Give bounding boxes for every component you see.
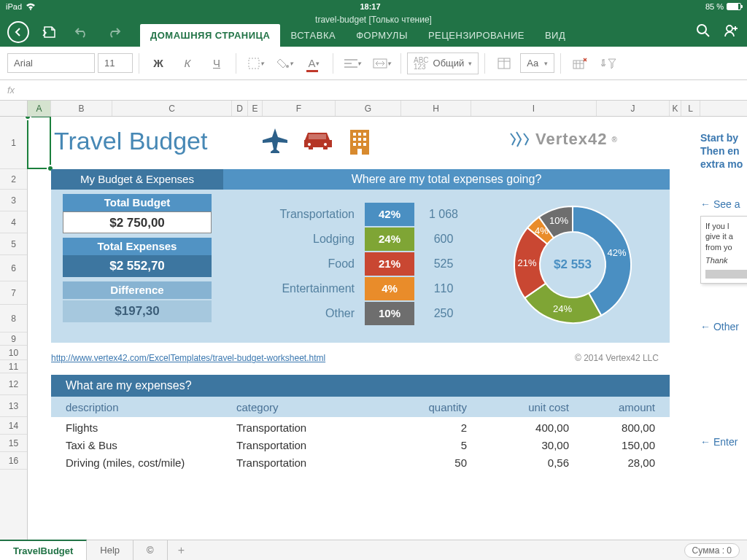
expense-row[interactable]: Taxi & BusTransportation530,00150,00 bbox=[51, 436, 670, 454]
row-header-9[interactable]: 9 bbox=[0, 332, 27, 346]
tab-home[interactable]: ДОМАШНЯЯ СТРАНИЦА bbox=[140, 24, 280, 47]
cells-area[interactable]: Travel Budget Vertex42® Start byThen ene… bbox=[28, 117, 747, 540]
row-header-5[interactable]: 5 bbox=[0, 233, 27, 255]
row-header-6[interactable]: 6 bbox=[0, 255, 27, 281]
category-pct: 21% bbox=[365, 252, 414, 276]
category-pct: 24% bbox=[365, 228, 414, 251]
expense-row[interactable]: Driving (miles, cost/mile)Transportation… bbox=[51, 454, 670, 471]
svg-point-3 bbox=[286, 65, 289, 68]
sheet-tab-travelbudget[interactable]: TravelBudget bbox=[0, 540, 87, 560]
border-button[interactable]: ▾ bbox=[242, 50, 268, 77]
total-budget-value[interactable]: $2 750,00 bbox=[63, 211, 212, 233]
italic-button[interactable]: К bbox=[174, 50, 201, 77]
travel-icons bbox=[260, 125, 375, 156]
svg-rect-16 bbox=[363, 138, 366, 141]
status-bar: iPad 18:17 85 % bbox=[0, 0, 747, 13]
back-button[interactable] bbox=[7, 21, 29, 43]
col-header-F[interactable]: F bbox=[263, 101, 336, 116]
row-header-4[interactable]: 4 bbox=[0, 211, 27, 233]
window-title: travel-budget [Только чтение] bbox=[315, 15, 432, 25]
donut-chart: 42%24%21%4%10%$2 553 bbox=[503, 195, 642, 334]
undo-button[interactable] bbox=[70, 20, 93, 44]
row-header-2[interactable]: 2 bbox=[0, 169, 27, 190]
col-header-H[interactable]: H bbox=[401, 101, 471, 116]
row-header-10[interactable]: 10 bbox=[0, 346, 27, 360]
enter-link[interactable]: ← Enter bbox=[700, 436, 738, 448]
row-header-3[interactable]: 3 bbox=[0, 190, 27, 211]
col-header-A[interactable]: A bbox=[28, 101, 51, 116]
battery-pct: 85 % bbox=[705, 2, 724, 11]
column-headers: ABCDEFGHIJKL bbox=[0, 101, 747, 117]
col-header-I[interactable]: I bbox=[471, 101, 597, 116]
tab-review[interactable]: РЕЦЕНЗИРОВАНИЕ bbox=[418, 24, 535, 47]
select-all-corner[interactable] bbox=[0, 101, 28, 116]
col-header-J[interactable]: J bbox=[597, 101, 670, 116]
font-color-button[interactable]: A▾ bbox=[301, 50, 327, 77]
svg-rect-9 bbox=[309, 134, 326, 139]
search-button[interactable] bbox=[696, 23, 711, 41]
svg-rect-19 bbox=[363, 143, 366, 146]
table-button[interactable] bbox=[491, 50, 517, 77]
svg-rect-13 bbox=[363, 133, 366, 136]
category-label: Lodging bbox=[241, 233, 365, 246]
share-button[interactable] bbox=[724, 23, 740, 41]
font-name-select[interactable]: Arial bbox=[7, 53, 95, 73]
category-label: Entertainment bbox=[241, 282, 365, 295]
font-size-select[interactable]: 11 bbox=[98, 53, 133, 73]
col-header-E[interactable]: E bbox=[248, 101, 263, 116]
col-header-B[interactable]: B bbox=[51, 101, 112, 116]
svg-point-8 bbox=[324, 143, 327, 146]
plane-icon bbox=[260, 125, 290, 156]
row-header-11[interactable]: 11 bbox=[0, 360, 27, 373]
col-header-G[interactable]: G bbox=[336, 101, 401, 116]
row-header-1[interactable]: 1 bbox=[0, 117, 27, 169]
add-sheet-button[interactable]: + bbox=[168, 544, 195, 557]
col-header-D[interactable]: D bbox=[232, 101, 248, 116]
category-value: 525 bbox=[414, 257, 473, 271]
see-link[interactable]: ← See a bbox=[700, 198, 740, 210]
row-header-12[interactable]: 12 bbox=[0, 373, 27, 395]
insert-cells-button[interactable] bbox=[567, 50, 593, 77]
status-time: 18:17 bbox=[35, 2, 705, 11]
bold-button[interactable]: Ж bbox=[145, 50, 171, 77]
formula-bar[interactable]: fx bbox=[0, 80, 747, 101]
sheet-tabs: TravelBudget Help © + Сумма : 0 bbox=[0, 540, 747, 560]
category-row-4: Other 10% 250 bbox=[241, 302, 473, 325]
number-format-select[interactable]: ABC123Общий▾ bbox=[407, 52, 479, 74]
svg-rect-11 bbox=[353, 133, 356, 136]
sheet-tab-help[interactable]: Help bbox=[87, 540, 133, 561]
file-button[interactable] bbox=[38, 20, 61, 44]
format-toolbar: Arial 11 Ж К Ч ▾ ▾ A▾ ▾ ▾ ABC123Общий▾ A… bbox=[0, 47, 747, 80]
redo-button[interactable] bbox=[102, 20, 125, 44]
fill-button[interactable]: ▾ bbox=[271, 50, 298, 77]
cell-style-button[interactable]: Aa▾ bbox=[520, 53, 554, 73]
row-header-7[interactable]: 7 bbox=[0, 281, 27, 305]
row-header-15[interactable]: 15 bbox=[0, 435, 27, 452]
merge-button[interactable]: ▾ bbox=[368, 50, 395, 77]
align-button[interactable]: ▾ bbox=[339, 50, 365, 77]
tab-formulas[interactable]: ФОРМУЛЫ bbox=[346, 24, 418, 47]
side-tip-text: Start byThen enextra mo bbox=[700, 131, 743, 171]
category-label: Transportation bbox=[241, 208, 365, 221]
sort-filter-button[interactable] bbox=[596, 50, 622, 77]
category-row-3: Entertainment 4% 110 bbox=[241, 277, 473, 300]
tab-view[interactable]: ВИД bbox=[535, 24, 576, 47]
sum-display: Сумма : 0 bbox=[684, 543, 740, 558]
row-header-14[interactable]: 14 bbox=[0, 417, 27, 435]
tab-insert[interactable]: ВСТАВКА bbox=[280, 24, 346, 47]
col-header-C[interactable]: C bbox=[112, 101, 232, 116]
col-header-K[interactable]: K bbox=[670, 101, 681, 116]
svg-text:21%: 21% bbox=[518, 257, 537, 268]
category-value: 110 bbox=[414, 282, 473, 295]
row-header-8[interactable]: 8 bbox=[0, 305, 27, 332]
ribbon-tabs: ДОМАШНЯЯ СТРАНИЦА ВСТАВКА ФОРМУЛЫ РЕЦЕНЗ… bbox=[140, 23, 696, 47]
expense-row[interactable]: FlightsTransportation2400,00800,00 bbox=[51, 419, 670, 436]
sheet-tab-copyright[interactable]: © bbox=[133, 540, 168, 561]
row-header-16[interactable]: 16 bbox=[0, 452, 27, 470]
source-link[interactable]: http://www.vertex42.com/ExcelTemplates/t… bbox=[51, 353, 325, 363]
underline-button[interactable]: Ч bbox=[204, 50, 230, 77]
row-header-13[interactable]: 13 bbox=[0, 395, 27, 417]
col-header-L[interactable]: L bbox=[681, 101, 700, 116]
category-value: 600 bbox=[414, 233, 473, 246]
other-link[interactable]: ← Other bbox=[700, 321, 739, 332]
